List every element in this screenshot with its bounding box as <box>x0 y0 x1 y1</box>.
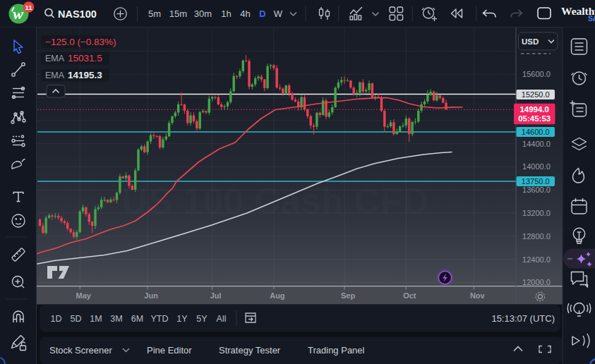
svg-text:4h: 4h <box>240 8 250 19</box>
svg-text:1h: 1h <box>221 8 231 19</box>
svg-text:EMA: EMA <box>45 71 65 80</box>
svg-text:D: D <box>259 8 265 19</box>
svg-text:14195.3: 14195.3 <box>68 70 102 80</box>
svg-text:15250.0: 15250.0 <box>522 90 550 99</box>
svg-text:Jun: Jun <box>144 291 158 300</box>
svg-text:13200.0: 13200.0 <box>522 209 551 217</box>
svg-text:NAS100: NAS100 <box>58 8 97 20</box>
svg-text:May: May <box>76 291 91 300</box>
svg-text:15m: 15m <box>169 8 187 19</box>
svg-text:All: All <box>217 314 227 324</box>
svg-text:Oct: Oct <box>403 291 416 300</box>
svg-text:15031.5: 15031.5 <box>68 53 102 63</box>
svg-text:12400.0: 12400.0 <box>522 255 551 264</box>
svg-text:Nov: Nov <box>470 291 486 300</box>
svg-text:14994.0: 14994.0 <box>519 105 549 114</box>
svg-text:w: w <box>13 5 23 23</box>
svg-text:Stock Screener: Stock Screener <box>49 345 113 356</box>
svg-text:14400.0: 14400.0 <box>522 140 551 148</box>
svg-text:12000.0: 12000.0 <box>522 278 551 286</box>
svg-text:15:13:07 (UTC): 15:13:07 (UTC) <box>491 313 555 324</box>
svg-text:13600.0: 13600.0 <box>522 186 551 194</box>
svg-text:Pine Editor: Pine Editor <box>147 345 192 356</box>
svg-text:EMA: EMA <box>45 54 65 63</box>
svg-text:YTD: YTD <box>151 314 169 324</box>
svg-text:W: W <box>274 8 283 19</box>
svg-text:−125.0 (−0.83%): −125.0 (−0.83%) <box>45 37 116 47</box>
svg-text:5D: 5D <box>71 314 82 324</box>
svg-text:14600.0: 14600.0 <box>522 128 550 136</box>
svg-text:Trading Panel: Trading Panel <box>308 345 365 356</box>
svg-text:5m: 5m <box>148 8 161 19</box>
svg-text:30m: 30m <box>194 8 212 19</box>
svg-text:Sa: Sa <box>588 14 595 23</box>
svg-text:14000.0: 14000.0 <box>522 162 551 171</box>
svg-text:1D: 1D <box>51 314 62 324</box>
svg-text:05:45:53: 05:45:53 <box>518 114 551 123</box>
svg-text:Strategy Tester: Strategy Tester <box>219 345 281 356</box>
svg-text:3M: 3M <box>110 314 122 324</box>
svg-text:1M: 1M <box>90 314 102 324</box>
svg-text:Jul: Jul <box>210 291 222 300</box>
svg-text:1Y: 1Y <box>176 314 188 324</box>
svg-text:Sep: Sep <box>341 291 355 300</box>
svg-text:11: 11 <box>25 4 32 11</box>
svg-text:6M: 6M <box>131 314 143 324</box>
svg-text:USD: USD <box>522 37 539 46</box>
svg-text:5Y: 5Y <box>196 314 208 324</box>
svg-text:Aug: Aug <box>270 291 284 300</box>
svg-text:12800.0: 12800.0 <box>522 232 551 241</box>
svg-text:15600.0: 15600.0 <box>522 70 551 78</box>
svg-text:13750.0: 13750.0 <box>522 177 550 186</box>
